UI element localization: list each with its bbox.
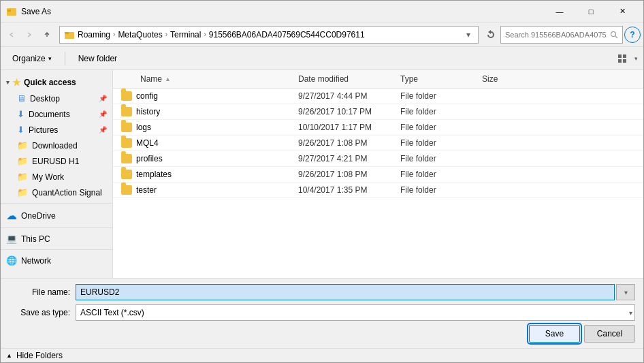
table-row[interactable]: MQL4 9/26/2017 1:08 PM File folder [113, 136, 643, 151]
svg-rect-10 [618, 59, 622, 63]
sort-arrow: ▲ [165, 76, 171, 82]
folder-icon [121, 170, 132, 179]
sidebar-item-label: This PC [21, 234, 50, 244]
sidebar-divider-2 [1, 227, 112, 228]
file-type-cell: File folder [398, 90, 479, 102]
sidebar-item-desktop[interactable]: 🖥 Desktop 📌 [1, 91, 112, 106]
file-size-cell [479, 173, 534, 176]
sidebar-item-label: OneDrive [21, 211, 56, 221]
svg-rect-11 [623, 59, 626, 63]
breadcrumb-dropdown[interactable]: ▾ [463, 27, 474, 43]
toolbar-right: ▾ [613, 50, 638, 67]
hide-folders-bar[interactable]: ▲ Hide Folders [1, 348, 643, 362]
svg-rect-5 [65, 32, 69, 34]
minimize-button[interactable]: — [544, 1, 575, 22]
sidebar-item-eurusd[interactable]: 📁 EURUSD H1 [1, 153, 112, 169]
eurusd-icon: 📁 [17, 156, 28, 166]
filetype-select[interactable]: ASCII Text (*.csv) [76, 304, 635, 321]
sidebar-divider-3 [1, 249, 112, 250]
up-button[interactable] [39, 27, 55, 43]
breadcrumb-roaming[interactable]: Roaming [78, 30, 110, 40]
folder-icon [121, 91, 132, 101]
sidebar-item-label: Documents [29, 110, 70, 119]
save-button[interactable]: Save [529, 325, 580, 343]
file-name-cell: history [118, 106, 295, 118]
quick-access-chevron: ▾ [6, 79, 10, 86]
table-row[interactable]: profiles 9/27/2017 4:21 PM File folder [113, 151, 643, 167]
svg-line-7 [615, 36, 617, 38]
table-row[interactable]: templates 9/26/2017 1:08 PM File folder [113, 167, 643, 183]
close-button[interactable]: ✕ [607, 1, 638, 22]
sidebar-item-mywork[interactable]: 📁 My Work [1, 169, 112, 185]
sidebar-item-thispc[interactable]: 💻 This PC [1, 231, 112, 247]
titlebar: Save As — □ ✕ [1, 1, 643, 22]
dialog-icon [6, 6, 17, 17]
col-header-date[interactable]: Date modified [295, 72, 398, 86]
file-name-cell: templates [118, 168, 295, 180]
sidebar-item-downloaded[interactable]: 📁 Downloaded [1, 138, 112, 153]
cancel-button[interactable]: Cancel [584, 325, 635, 343]
sidebar-item-documents[interactable]: ⬇ Documents 📌 [1, 106, 112, 122]
filename-dropdown[interactable]: ▾ [616, 284, 635, 300]
network-icon: 🌐 [6, 255, 17, 266]
svg-rect-2 [7, 10, 11, 12]
downloaded-icon: 📁 [17, 140, 28, 151]
file-size-cell [479, 95, 534, 97]
breadcrumb-terminal[interactable]: Terminal [170, 30, 201, 40]
refresh-button[interactable] [483, 26, 499, 44]
main-area: ▾ ★ Quick access 🖥 Desktop 📌 ⬇ Documents… [1, 70, 643, 278]
breadcrumb-bar: Roaming › MetaQuotes › Terminal › 915566… [59, 26, 479, 44]
hide-folders-arrow: ▲ [6, 352, 12, 359]
file-type-cell: File folder [398, 137, 479, 149]
folder-icon [121, 154, 132, 163]
toolbar-separator [65, 52, 65, 65]
file-type-cell: File folder [398, 153, 479, 165]
table-row[interactable]: logs 10/10/2017 1:17 PM File folder [113, 120, 643, 136]
filename-input[interactable] [76, 284, 615, 300]
organize-button[interactable]: Organize ▾ [6, 50, 58, 67]
back-button[interactable] [3, 27, 20, 43]
file-type-cell: File folder [398, 184, 479, 196]
svg-rect-9 [623, 54, 626, 58]
sidebar-item-label: Downloaded [32, 141, 78, 151]
col-header-size[interactable]: Size [479, 72, 534, 86]
file-date-cell: 10/10/2017 1:17 PM [295, 121, 398, 133]
breadcrumb-metaquotes[interactable]: MetaQuotes [118, 30, 162, 40]
file-size-cell [479, 142, 534, 144]
bottom-bar: File name: ▾ Save as type: ASCII Text (*… [1, 278, 643, 348]
folder-icon [121, 107, 132, 116]
forward-button[interactable] [21, 27, 37, 43]
table-row[interactable]: config 9/27/2017 4:44 PM File folder [113, 89, 643, 104]
file-size-cell [479, 189, 534, 191]
pin-icon: 📌 [99, 95, 107, 102]
quick-access-header[interactable]: ▾ ★ Quick access [1, 73, 112, 91]
table-row[interactable]: tester 10/4/2017 1:35 PM File folder [113, 183, 643, 198]
sidebar-item-network[interactable]: 🌐 Network [1, 253, 112, 268]
help-button[interactable]: ? [624, 27, 641, 43]
sidebar-item-onedrive[interactable]: ☁ OneDrive [1, 206, 112, 225]
svg-rect-8 [618, 54, 622, 58]
file-type-cell: File folder [398, 121, 479, 133]
breadcrumb-folder-icon [64, 29, 75, 40]
sidebar-item-label: Network [21, 256, 51, 266]
maximize-button[interactable]: □ [575, 1, 607, 22]
col-header-name[interactable]: Name ▲ [118, 72, 295, 86]
new-folder-button[interactable]: New folder [72, 50, 123, 67]
quick-access-icon: ★ [12, 77, 21, 88]
svg-point-6 [611, 31, 616, 36]
pictures-icon: ⬇ [17, 125, 25, 135]
toolbar: Organize ▾ New folder ▾ [1, 47, 643, 70]
view-icon [617, 54, 627, 63]
titlebar-controls: — □ ✕ [544, 1, 638, 22]
dialog-title: Save As [21, 7, 544, 16]
file-date-cell: 9/27/2017 4:44 PM [295, 90, 398, 102]
view-options-button[interactable] [613, 50, 632, 67]
search-input[interactable] [505, 31, 607, 39]
sidebar-item-quantaction[interactable]: 📁 QuantAction Signal [1, 185, 112, 200]
breadcrumb-guid[interactable]: 915566BA06ADA407569C544CC0D97611 [209, 30, 365, 40]
table-row[interactable]: history 9/26/2017 10:17 PM File folder [113, 104, 643, 120]
col-header-type[interactable]: Type [398, 72, 479, 86]
sidebar-item-pictures[interactable]: ⬇ Pictures 📌 [1, 122, 112, 138]
documents-icon: ⬇ [17, 109, 25, 119]
bottom-actions: Save Cancel [9, 325, 635, 343]
